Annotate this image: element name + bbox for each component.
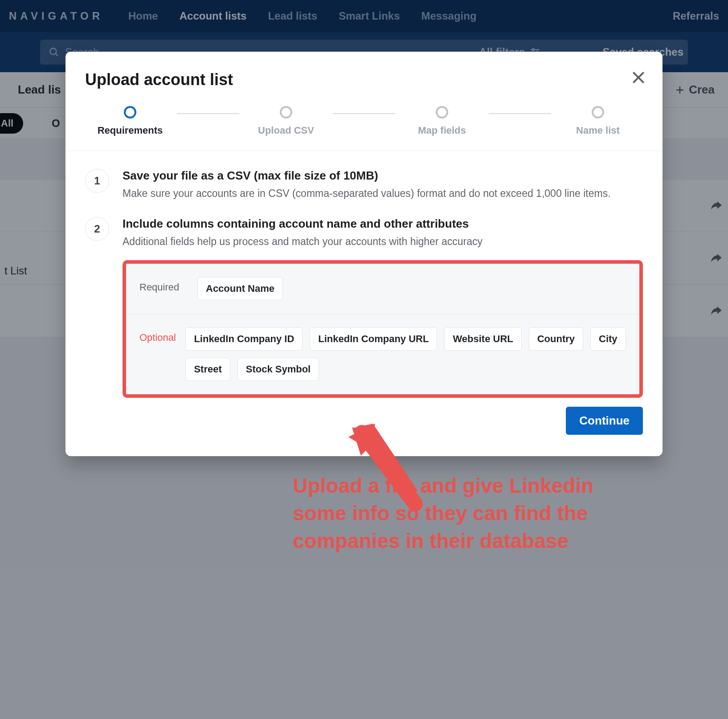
- requirement-1-title: Save your file as a CSV (max file size o…: [123, 169, 611, 183]
- step-map-fields[interactable]: Map fields: [395, 106, 489, 136]
- requirement-2-title: Include columns containing account name …: [123, 217, 483, 231]
- modal-body: 1 Save your file as a CSV (max file size…: [65, 151, 663, 407]
- tag-website-url: Website URL: [444, 327, 521, 351]
- requirement-item-2: 2 Include columns containing account nam…: [85, 217, 643, 249]
- stepper: Requirements Upload CSV Map fields Name …: [65, 102, 663, 151]
- optional-row: Optional LinkedIn Company ID LinkedIn Co…: [126, 314, 639, 394]
- tag-country: Country: [529, 327, 583, 351]
- step-dot: [280, 106, 292, 118]
- step-connector: [333, 113, 395, 114]
- tag-street: Street: [185, 358, 230, 381]
- modal-title: Upload account list: [85, 70, 643, 89]
- requirement-2-desc: Additional fields help us process and ma…: [123, 234, 483, 249]
- modal-header: Upload account list: [65, 52, 663, 102]
- tag-linkedin-company-id: LinkedIn Company ID: [185, 327, 303, 351]
- modal-overlay: Upload account list Requirements Upload …: [0, 0, 728, 719]
- requirement-item-1: 1 Save your file as a CSV (max file size…: [85, 169, 643, 201]
- step-dot: [592, 106, 604, 118]
- upload-account-list-modal: Upload account list Requirements Upload …: [65, 52, 663, 456]
- columns-highlight-box: Required Account Name Optional LinkedIn …: [123, 260, 643, 398]
- step-upload-csv[interactable]: Upload CSV: [239, 106, 333, 136]
- modal-footer: Continue: [65, 407, 663, 456]
- step-number-badge: 1: [85, 169, 109, 193]
- optional-label: Optional: [139, 332, 176, 343]
- tag-stock-symbol: Stock Symbol: [237, 358, 319, 381]
- close-icon[interactable]: [630, 69, 647, 86]
- step-connector: [489, 113, 551, 114]
- step-dot: [124, 106, 136, 118]
- step-requirements[interactable]: Requirements: [83, 106, 177, 136]
- required-label: Required: [139, 282, 188, 293]
- required-row: Required Account Name: [126, 264, 639, 314]
- step-dot: [436, 106, 448, 118]
- continue-button[interactable]: Continue: [566, 407, 643, 435]
- tag-city: City: [590, 327, 626, 351]
- tag-linkedin-company-url: LinkedIn Company URL: [310, 327, 437, 351]
- tag-account-name: Account Name: [197, 277, 283, 300]
- requirement-1-desc: Make sure your accounts are in CSV (comm…: [123, 186, 611, 201]
- required-tags: Account Name: [197, 277, 283, 300]
- step-connector: [177, 113, 239, 114]
- optional-tags: LinkedIn Company ID LinkedIn Company URL…: [185, 327, 626, 381]
- annotation-text: Upload a file and give Linkedin some inf…: [293, 472, 636, 555]
- step-number-badge: 2: [85, 217, 109, 241]
- step-name-list[interactable]: Name list: [551, 106, 645, 136]
